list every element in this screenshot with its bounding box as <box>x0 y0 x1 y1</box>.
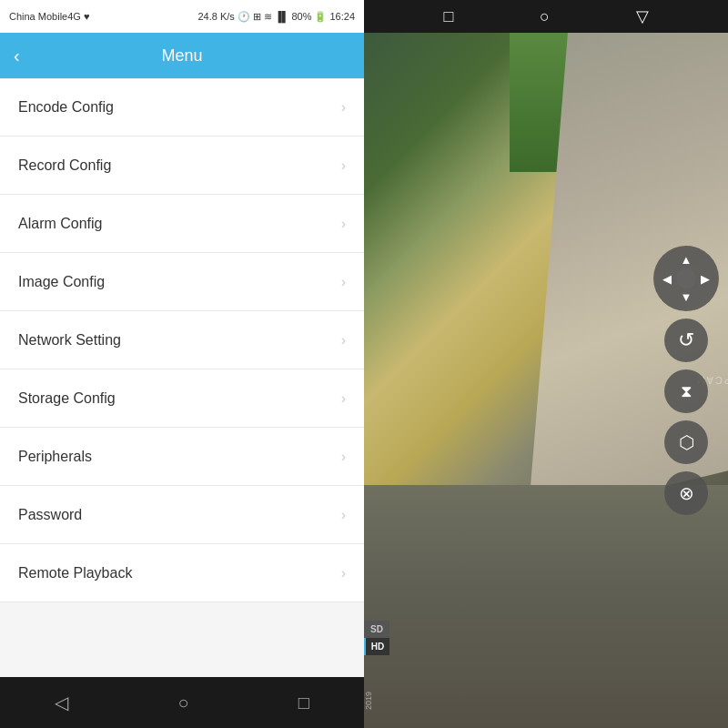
camera-button[interactable]: ⬡ <box>664 420 708 464</box>
dpad-arrows: ▲ ◀ ▶ ▼ <box>653 246 719 311</box>
nav-home-button[interactable]: ○ <box>177 693 188 713</box>
nav-recent-button[interactable]: □ <box>298 693 309 713</box>
camera-icon: ⬡ <box>679 431 694 453</box>
right-status-bar: □ ○ ▽ <box>364 0 728 33</box>
bottom-navigation: ◁ ○ □ <box>0 677 364 728</box>
chevron-icon-encode-config: › <box>341 99 346 116</box>
wiper-icon: ⊗ <box>679 482 694 504</box>
right-phone: □ ○ ▽ IPCAM SD HD 2019 ▲ <box>364 0 728 728</box>
network-icon: ≋ <box>264 11 272 23</box>
menu-item-label-network-setting: Network Setting <box>18 332 121 349</box>
back-button[interactable]: ‹ <box>14 46 20 66</box>
time-label: 16:24 <box>329 11 355 22</box>
chevron-icon-remote-playback: › <box>341 565 346 581</box>
chevron-icon-peripherals: › <box>341 449 346 465</box>
quality-indicators: SD HD <box>364 621 389 655</box>
dpad-right-button[interactable]: ▶ <box>701 272 710 286</box>
right-square-icon[interactable]: □ <box>443 7 453 26</box>
dpad-left-button[interactable]: ◀ <box>662 272 672 286</box>
status-bar-right: 24.8 K/s 🕐 ⊞ ≋ ▐▌ 80% 🔋 16:24 <box>197 11 355 23</box>
dpad-center[interactable] <box>676 268 696 288</box>
signal-icon: ♥ <box>84 11 90 22</box>
menu-item-label-password: Password <box>18 507 82 523</box>
sd-button[interactable]: SD <box>364 621 389 638</box>
menu-item-encode-config[interactable]: Encode Config› <box>0 78 364 136</box>
chevron-icon-record-config: › <box>341 157 346 174</box>
menu-item-peripherals[interactable]: Peripherals› <box>0 428 364 486</box>
menu-list: Encode Config›Record Config›Alarm Config… <box>0 78 364 677</box>
camera-view: IPCAM SD HD 2019 ▲ ◀ ▶ <box>364 33 728 728</box>
snapshot-button[interactable]: ⧗ <box>664 369 708 413</box>
speed-label: 24.8 K/s <box>197 11 234 22</box>
chevron-icon-network-setting: › <box>341 332 346 349</box>
menu-item-label-remote-playback: Remote Playback <box>18 565 132 581</box>
chevron-icon-storage-config: › <box>341 390 346 407</box>
right-circle-icon[interactable]: ○ <box>540 7 550 26</box>
snapshot-icon: ⧗ <box>681 382 693 401</box>
menu-item-alarm-config[interactable]: Alarm Config› <box>0 195 364 253</box>
alarm-icon: 🕐 <box>238 11 250 23</box>
menu-item-storage-config[interactable]: Storage Config› <box>0 369 364 428</box>
menu-title: Menu <box>14 46 350 66</box>
menu-item-network-setting[interactable]: Network Setting› <box>0 311 364 369</box>
year-label: 2019 <box>364 692 389 710</box>
menu-item-label-peripherals: Peripherals <box>18 449 92 465</box>
menu-item-password[interactable]: Password› <box>0 486 364 544</box>
dpad-circle: ▲ ◀ ▶ ▼ <box>653 246 719 311</box>
signal-bars-icon: ▐▌ <box>275 11 289 22</box>
battery-label: 80% <box>291 11 311 22</box>
menu-item-label-alarm-config: Alarm Config <box>18 216 102 232</box>
wifi-icon: ⊞ <box>253 11 261 23</box>
hd-button[interactable]: HD <box>364 638 389 655</box>
right-triangle-icon[interactable]: ▽ <box>636 6 649 26</box>
menu-header: ‹ Menu <box>0 33 364 78</box>
carrier-label: China Mobile4G <box>9 11 81 22</box>
left-phone: China Mobile4G ♥ 24.8 K/s 🕐 ⊞ ≋ ▐▌ 80% 🔋… <box>0 0 364 728</box>
menu-item-label-record-config: Record Config <box>18 157 111 174</box>
refresh-button[interactable]: ↺ <box>664 318 708 362</box>
ptz-controls: ▲ ◀ ▶ ▼ ↺ ⧗ <box>653 246 719 515</box>
menu-item-image-config[interactable]: Image Config› <box>0 253 364 311</box>
menu-item-record-config[interactable]: Record Config› <box>0 136 364 195</box>
dpad-up-button[interactable]: ▲ <box>681 253 693 267</box>
status-bar: China Mobile4G ♥ 24.8 K/s 🕐 ⊞ ≋ ▐▌ 80% 🔋… <box>0 0 364 33</box>
menu-items-container: Encode Config›Record Config›Alarm Config… <box>0 78 364 602</box>
status-bar-left: China Mobile4G ♥ <box>9 11 89 22</box>
chevron-icon-alarm-config: › <box>341 216 346 232</box>
refresh-icon: ↺ <box>678 329 694 352</box>
menu-item-label-storage-config: Storage Config <box>18 390 116 407</box>
battery-icon: 🔋 <box>314 11 327 23</box>
dpad-down-button[interactable]: ▼ <box>681 290 693 304</box>
menu-item-remote-playback[interactable]: Remote Playback› <box>0 544 364 602</box>
menu-item-label-image-config: Image Config <box>18 274 105 290</box>
chevron-icon-password: › <box>341 507 346 523</box>
nav-back-button[interactable]: ◁ <box>55 692 68 713</box>
wiper-button[interactable]: ⊗ <box>664 471 708 515</box>
menu-item-label-encode-config: Encode Config <box>18 99 114 116</box>
chevron-icon-image-config: › <box>341 274 346 290</box>
camera-ground-element <box>364 485 728 728</box>
